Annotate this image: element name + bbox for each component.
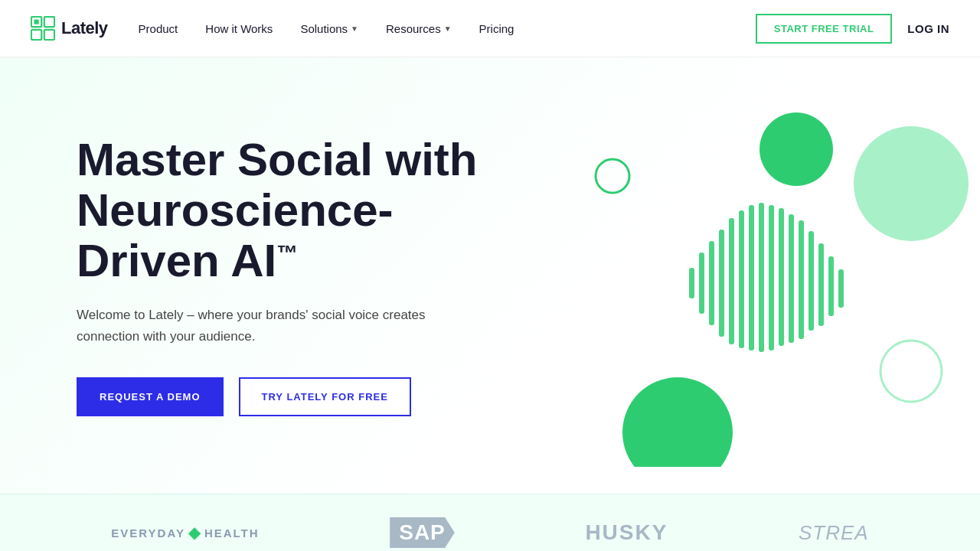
solutions-chevron-icon: ▼ [351, 24, 358, 33]
hero-buttons: REQUEST A DEMO TRY LATELY FOR FREE [77, 377, 477, 416]
svg-rect-13 [739, 210, 744, 348]
svg-rect-18 [789, 214, 794, 343]
nav-pricing[interactable]: Pricing [479, 22, 514, 35]
svg-rect-2 [31, 30, 41, 40]
brand-everyday-health: EVERYDAY ◆ HEALTH [111, 523, 259, 542]
svg-rect-22 [828, 256, 834, 316]
svg-rect-16 [769, 205, 774, 350]
svg-rect-8 [689, 268, 694, 298]
svg-rect-12 [729, 218, 734, 344]
start-free-trial-button[interactable]: START FREE TRIAL [756, 14, 893, 44]
svg-rect-17 [779, 208, 784, 346]
svg-point-7 [854, 126, 969, 241]
svg-rect-4 [34, 19, 38, 24]
health-dot-icon: ◆ [188, 523, 201, 542]
request-demo-button[interactable]: REQUEST A DEMO [77, 377, 224, 416]
hero-title: Master Social with Neuroscience- Driven … [77, 135, 477, 286]
resources-chevron-icon: ▼ [444, 24, 452, 33]
logo-link[interactable]: Lately [31, 16, 108, 41]
logo-text: Lately [61, 18, 108, 38]
logo-icon [31, 16, 55, 41]
svg-rect-14 [749, 205, 754, 350]
nav-links: Product How it Works Solutions ▼ Resourc… [139, 22, 756, 35]
login-button[interactable]: LOG IN [907, 22, 949, 35]
brands-bar: EVERYDAY ◆ HEALTH SAP HUSKY Strea [0, 494, 980, 551]
brand-sap: SAP [390, 517, 455, 548]
hero-content: Master Social with Neuroscience- Driven … [77, 135, 477, 416]
nav-resources[interactable]: Resources ▼ [386, 22, 452, 35]
hero-subtitle: Welcome to Lately – where your brands' s… [77, 305, 459, 346]
svg-rect-15 [759, 203, 764, 352]
svg-rect-3 [44, 30, 54, 40]
svg-rect-10 [709, 241, 714, 325]
svg-point-5 [596, 159, 629, 193]
svg-rect-11 [719, 230, 724, 337]
hero-illustration [536, 84, 980, 467]
svg-rect-19 [799, 220, 804, 339]
svg-point-24 [880, 341, 942, 402]
navbar: Lately Product How it Works Solutions ▼ … [0, 0, 980, 57]
svg-point-25 [622, 377, 733, 467]
nav-how-it-works[interactable]: How it Works [205, 22, 273, 35]
brand-strea: Strea [799, 521, 869, 545]
nav-solutions[interactable]: Solutions ▼ [300, 22, 358, 35]
brand-husky: HUSKY [585, 520, 668, 545]
svg-rect-1 [44, 17, 54, 27]
nav-actions: START FREE TRIAL LOG IN [756, 14, 949, 44]
hero-section: Master Social with Neuroscience- Driven … [0, 57, 980, 494]
svg-rect-21 [818, 243, 824, 326]
svg-point-6 [760, 112, 833, 186]
svg-rect-9 [699, 253, 704, 314]
svg-rect-20 [808, 231, 814, 331]
try-free-button[interactable]: TRY LATELY FOR FREE [239, 377, 411, 416]
nav-product[interactable]: Product [139, 22, 178, 35]
svg-rect-23 [838, 269, 844, 308]
